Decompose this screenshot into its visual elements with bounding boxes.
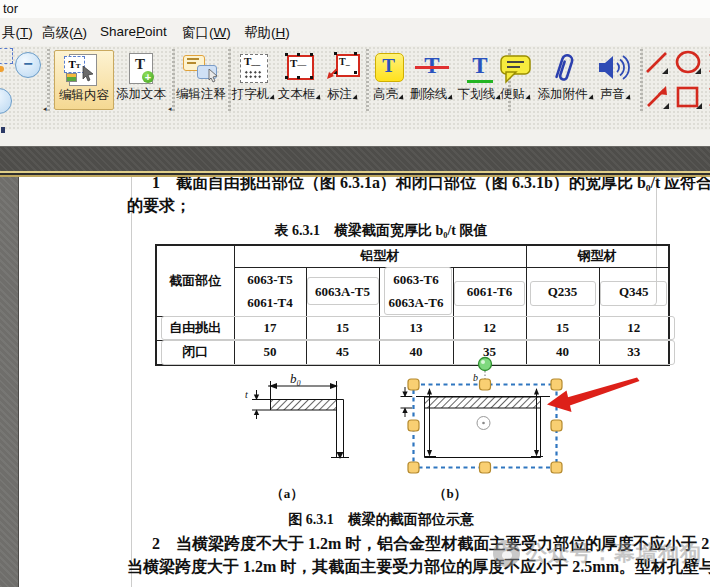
textbox-icon: T—	[277, 51, 323, 87]
dim-b-label: b	[473, 372, 478, 383]
attachment-button[interactable]: 添加附件	[537, 50, 595, 108]
menu-tools[interactable]: 具(T)	[0, 22, 37, 44]
zoom-out-button[interactable]: −	[15, 52, 41, 78]
ellipse-tool[interactable]	[677, 52, 701, 74]
edit-content-button[interactable]: TT 编辑内容	[54, 50, 114, 110]
watermark-text: 公众号：幕墙狗狗	[526, 539, 702, 567]
callout-button[interactable]: T_ 标注	[323, 50, 363, 108]
sticky-note-icon	[495, 51, 537, 87]
menu-sharepoint[interactable]: SharePoint	[96, 22, 171, 41]
selection-handle	[551, 462, 562, 473]
clipped-select-icon	[0, 48, 13, 64]
menu-bar: 具(T) 高级(A) SharePoint 窗口(W) 帮助(H)	[0, 18, 710, 46]
minus-icon: −	[23, 55, 32, 72]
rectangle-tool[interactable]	[678, 88, 702, 109]
typewriter-button[interactable]: T__ 打字机	[231, 50, 277, 108]
toolbar-separator	[366, 49, 369, 111]
selection-handle	[551, 420, 562, 431]
add-text-button[interactable]: T + 添加文本	[113, 50, 169, 108]
textbox-button[interactable]: T— 文本框	[277, 50, 323, 108]
figure-caption: 图 6.3.1 横梁的截面部位示意	[156, 511, 606, 529]
toolbar-separator: ◂	[47, 49, 50, 111]
toolbar-lower-strip	[0, 130, 710, 146]
sticky-note-button[interactable]: 便贴	[495, 50, 537, 108]
document-page: 1 截面自由挑出部位（图 6.3.1a）和闭口部位（图 6.3.1b）的宽厚比 …	[0, 177, 710, 587]
diagram-a-label: （a）	[257, 485, 317, 503]
title-bar: tor	[0, 0, 710, 18]
watermark: 公众号：幕墙狗狗	[493, 539, 702, 567]
line-tool[interactable]	[647, 53, 668, 74]
clipped-dot-icon	[0, 66, 4, 72]
strikeout-icon: T	[408, 51, 456, 87]
selection-handle	[480, 462, 491, 473]
selection-handle	[408, 462, 419, 473]
paperclip-icon	[537, 51, 595, 87]
clipped-icon-fragment	[1, 127, 5, 133]
menu-help[interactable]: 帮助(H)	[240, 22, 294, 44]
diagram-a: b₀ t	[245, 371, 349, 459]
toolbar: − ◂ TT 编辑内容 T + 添加文本 ◂	[0, 46, 710, 130]
toolbar-separator	[640, 49, 643, 111]
strikeout-button[interactable]: T 删除线	[408, 50, 456, 108]
highlight-button[interactable]: T 高亮	[370, 50, 408, 108]
decorative-dark-band	[0, 146, 710, 172]
menu-window[interactable]: 窗口(W)	[178, 22, 235, 44]
drawing-tools	[644, 50, 710, 114]
edit-comment-icon	[175, 51, 227, 87]
menu-advanced[interactable]: 高级(A)	[38, 22, 91, 44]
speaker-icon	[595, 51, 637, 87]
selection-handle	[408, 379, 419, 390]
dim-b0-label: b₀	[290, 371, 301, 386]
dim-t-label: t	[245, 389, 248, 400]
rotate-handle[interactable]	[479, 358, 492, 371]
selection-handle	[551, 379, 562, 390]
callout-icon: T_	[323, 51, 363, 87]
add-text-icon: T +	[113, 51, 169, 87]
watermark-logo-icon	[493, 540, 520, 567]
highlight-icon: T	[370, 51, 408, 87]
edit-comment-button[interactable]: 编辑注释	[175, 50, 227, 108]
selection-handle	[480, 379, 491, 390]
arrow-tool[interactable]	[648, 86, 669, 109]
window-title: tor	[3, 1, 18, 16]
clipped-zoom-icon	[0, 88, 12, 114]
sound-button[interactable]: 声音	[595, 50, 637, 108]
edit-content-icon: TT	[55, 52, 113, 88]
pdf-editor-window: tor 具(T) 高级(A) SharePoint 窗口(W) 帮助(H) − …	[0, 0, 710, 587]
diagram-b-label: （b）	[420, 485, 480, 503]
selection-handle	[408, 420, 419, 431]
typewriter-icon: T__	[231, 51, 277, 87]
